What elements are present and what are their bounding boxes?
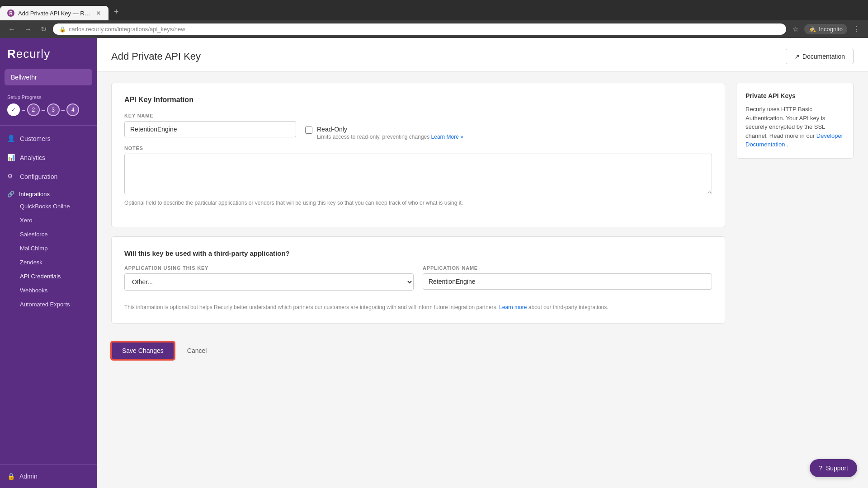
url-bar[interactable]: 🔒 carlos.recurly.com/integrations/api_ke… <box>53 23 786 35</box>
key-name-group: KEY NAME <box>124 113 296 137</box>
account-switcher[interactable]: Bellwethr <box>5 69 92 85</box>
readonly-label-group: Read-Only Limits access to read-only, pr… <box>317 126 463 140</box>
main-content: API Key Information KEY NAME Read-Only <box>111 83 725 477</box>
sidebar-integrations-label: Integrations <box>19 191 50 197</box>
readonly-checkbox[interactable] <box>305 127 312 134</box>
support-button[interactable]: ? Support <box>810 459 857 477</box>
cancel-button[interactable]: Cancel <box>180 343 214 359</box>
setup-step-4: 4 <box>66 103 79 116</box>
main-header: Add Private API Key ↗ Documentation <box>97 38 868 72</box>
external-link-icon: ↗ <box>794 53 800 60</box>
info-card-title: Private API Keys <box>745 92 844 99</box>
key-name-row: KEY NAME Read-Only Limits access to read… <box>124 113 712 145</box>
main-body: API Key Information KEY NAME Read-Only <box>97 72 868 488</box>
sidebar-sub-webhooks[interactable]: Webhooks <box>0 283 97 297</box>
back-button[interactable]: ← <box>5 23 18 35</box>
third-party-form-row: APPLICATION USING THIS KEY Other... Sale… <box>124 265 712 299</box>
readonly-group: Read-Only Limits access to read-only, pr… <box>305 113 712 145</box>
app-using-label: APPLICATION USING THIS KEY <box>124 265 414 271</box>
sidebar-sub-automated-exports[interactable]: Automated Exports <box>0 297 97 311</box>
notes-group: NOTES Optional field to describe the par… <box>124 145 712 206</box>
notes-label: NOTES <box>124 145 712 151</box>
readonly-label: Read-Only <box>317 126 463 133</box>
bookmark-button[interactable]: ☆ <box>790 23 802 35</box>
sidebar-sub-api-credentials[interactable]: API Credentials <box>0 269 97 283</box>
step-dash-2: – <box>42 106 45 113</box>
setup-step-2: 2 <box>27 103 40 116</box>
right-info-panel: Private API Keys Recurly uses HTTP Basic… <box>736 83 854 477</box>
sidebar-customers-label: Customers <box>20 135 51 142</box>
browser-tab-active[interactable]: R Add Private API Key — Re... ✕ <box>0 6 108 20</box>
third-party-card: Will this key be used with a third-party… <box>111 236 725 324</box>
step-dash-1: – <box>22 106 25 113</box>
incognito-indicator: 🕵 Incognito <box>804 24 847 34</box>
app: Recurly Bellwethr Setup Progress ✓ – 2 –… <box>0 38 868 488</box>
tab-title: Add Private API Key — Re... <box>18 10 92 17</box>
app-using-select[interactable]: Other... Salesforce MailChimp Zendesk Qu… <box>124 273 414 291</box>
app-name-label: APPLICATION NAME <box>423 265 712 271</box>
third-party-title: Will this key be used with a third-party… <box>124 249 712 257</box>
setup-progress-label: Setup Progress <box>7 94 90 100</box>
private-api-keys-info-card: Private API Keys Recurly uses HTTP Basic… <box>736 83 854 159</box>
app-using-group: APPLICATION USING THIS KEY Other... Sale… <box>124 265 414 291</box>
menu-button[interactable]: ⋮ <box>850 23 863 35</box>
new-tab-button[interactable]: + <box>108 4 124 20</box>
key-name-input[interactable] <box>124 121 296 137</box>
sidebar-item-customers[interactable]: 👤 Customers <box>0 129 97 148</box>
sidebar-sub-quickbooks[interactable]: QuickBooks Online <box>0 199 97 213</box>
sidebar-item-integrations[interactable]: 🔗 Integrations <box>0 186 97 199</box>
puzzle-icon: 🔗 <box>7 191 14 197</box>
sidebar-divider-1 <box>0 125 97 126</box>
browser-tabs: R Add Private API Key — Re... ✕ + <box>0 0 868 20</box>
sidebar: Recurly Bellwethr Setup Progress ✓ – 2 –… <box>0 38 97 488</box>
sidebar-sub-salesforce[interactable]: Salesforce <box>0 227 97 241</box>
documentation-button[interactable]: ↗ Documentation <box>786 49 854 64</box>
api-key-info-card: API Key Information KEY NAME Read-Only <box>111 83 725 227</box>
notes-textarea[interactable] <box>124 154 712 194</box>
browser-chrome: R Add Private API Key — Re... ✕ + ← → ↻ … <box>0 0 868 38</box>
incognito-icon: 🕵 <box>809 26 816 33</box>
sidebar-analytics-label: Analytics <box>20 154 45 161</box>
bar-chart-icon: 📊 <box>7 154 15 162</box>
notes-hint: Optional field to describe the particula… <box>124 200 712 206</box>
doc-button-label: Documentation <box>802 53 845 60</box>
readonly-hint: Limits access to read-only, preventing c… <box>317 134 463 140</box>
browser-actions: ☆ 🕵 Incognito ⋮ <box>790 23 863 35</box>
main-content-area: Add Private API Key ↗ Documentation API … <box>97 38 868 488</box>
form-actions: Save Changes Cancel <box>111 333 725 364</box>
support-icon: ? <box>819 465 822 472</box>
key-name-label: KEY NAME <box>124 113 296 118</box>
support-label: Support <box>826 465 848 472</box>
sidebar-sub-xero[interactable]: Xero <box>0 213 97 227</box>
save-changes-button[interactable]: Save Changes <box>111 342 175 360</box>
step-dash-3: – <box>61 106 65 113</box>
readonly-checkbox-group: Read-Only Limits access to read-only, pr… <box>305 126 712 140</box>
tab-favicon: R <box>7 9 14 17</box>
sidebar-item-analytics[interactable]: 📊 Analytics <box>0 148 97 167</box>
sidebar-item-configuration[interactable]: ⚙ Configuration <box>0 167 97 186</box>
reload-button[interactable]: ↻ <box>38 23 49 35</box>
app-name-group: APPLICATION NAME <box>423 265 712 290</box>
sidebar-admin-label: Admin <box>19 473 38 480</box>
incognito-label: Incognito <box>819 26 843 33</box>
url-text: carlos.recurly.com/integrations/api_keys… <box>69 26 185 33</box>
person-icon: 👤 <box>7 135 15 143</box>
learn-more-link[interactable]: Learn More » <box>431 134 463 140</box>
lock-icon: 🔒 <box>7 473 15 480</box>
setup-steps: ✓ – 2 – 3 – 4 <box>7 103 90 116</box>
learn-more-integrations-link[interactable]: Learn more <box>499 304 527 310</box>
sidebar-logo: Recurly <box>0 38 97 66</box>
sidebar-configuration-label: Configuration <box>20 173 57 180</box>
page-title: Add Private API Key <box>111 51 201 62</box>
sidebar-sub-mailchimp[interactable]: MailChimp <box>0 241 97 255</box>
app-name-input[interactable] <box>423 273 712 290</box>
sidebar-item-admin[interactable]: 🔒 Admin <box>0 468 97 484</box>
sidebar-sub-zendesk[interactable]: Zendesk <box>0 255 97 269</box>
sliders-icon: ⚙ <box>7 173 15 181</box>
logo-text: Recurly <box>7 47 90 61</box>
setup-progress: Setup Progress ✓ – 2 – 3 – 4 <box>0 89 97 122</box>
tab-close-button[interactable]: ✕ <box>96 9 101 17</box>
third-party-hint: This information is optional but helps R… <box>124 304 712 310</box>
setup-step-1: ✓ <box>7 103 20 116</box>
forward-button[interactable]: → <box>22 23 34 35</box>
